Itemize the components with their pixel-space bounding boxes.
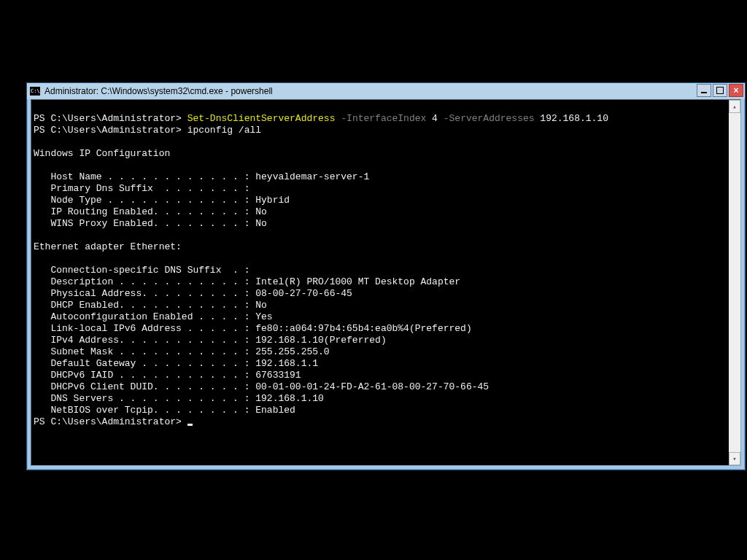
window-buttons: × <box>697 84 743 97</box>
minimize-button[interactable] <box>697 84 711 97</box>
close-button[interactable]: × <box>729 84 743 97</box>
window-title: Administrator: C:\Windows\system32\cmd.e… <box>44 86 273 96</box>
vertical-scrollbar[interactable]: ▴ ▾ <box>729 100 740 465</box>
maximize-button[interactable] <box>713 84 727 97</box>
scroll-down-button[interactable]: ▾ <box>729 452 740 465</box>
terminal-output[interactable]: PS C:\Users\Administrator> Set-DnsClient… <box>31 100 729 465</box>
scroll-up-button[interactable]: ▴ <box>729 100 740 113</box>
console-window: Administrator: C:\Windows\system32\cmd.e… <box>26 82 746 470</box>
cmd-icon <box>30 87 40 96</box>
titlebar[interactable]: Administrator: C:\Windows\system32\cmd.e… <box>27 83 745 99</box>
client-area: PS C:\Users\Administrator> Set-DnsClient… <box>31 99 741 466</box>
scroll-track[interactable] <box>729 113 740 452</box>
